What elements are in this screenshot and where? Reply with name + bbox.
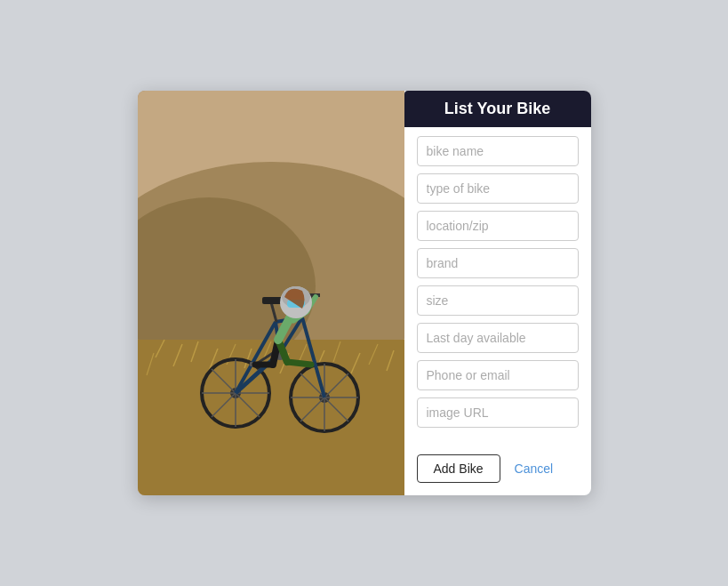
bike-name-input[interactable]	[417, 136, 579, 166]
last-day-available-input[interactable]	[417, 323, 579, 353]
svg-rect-40	[262, 297, 282, 304]
size-input[interactable]	[417, 285, 579, 316]
form-actions: Add Bike Cancel	[404, 447, 591, 495]
location-zip-input[interactable]	[417, 211, 579, 241]
biker-illustration	[138, 91, 404, 495]
add-bike-button[interactable]: Add Bike	[417, 454, 500, 483]
modal-image-panel	[138, 91, 404, 495]
modal-container: List Your Bike Add Bike Cancel	[138, 91, 591, 495]
type-of-bike-input[interactable]	[417, 173, 579, 204]
svg-line-47	[287, 362, 311, 365]
image-url-input[interactable]	[417, 397, 579, 428]
brand-input[interactable]	[417, 248, 579, 278]
form-fields	[404, 127, 591, 447]
cancel-button[interactable]: Cancel	[515, 462, 554, 476]
modal-title: List Your Bike	[404, 91, 591, 127]
phone-or-email-input[interactable]	[417, 360, 579, 390]
modal-form-section: List Your Bike Add Bike Cancel	[404, 91, 591, 495]
